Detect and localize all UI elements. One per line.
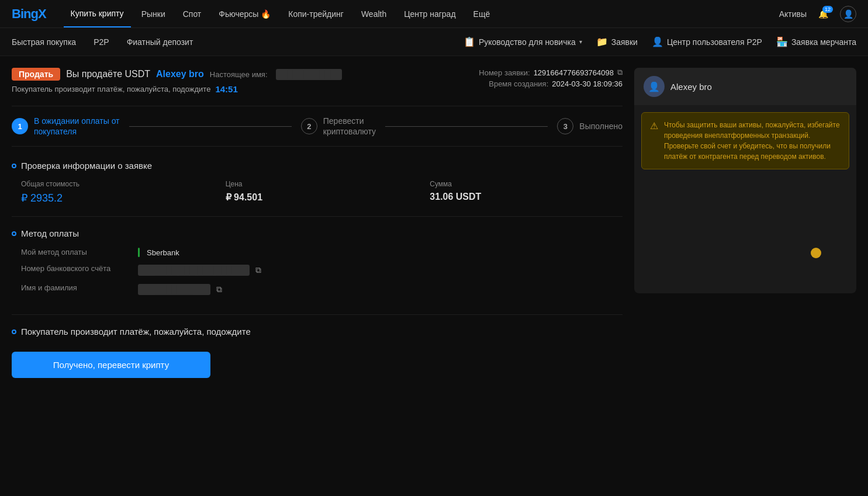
account-name-value: ███████ ⧉ <box>138 283 223 296</box>
payment-title-row: Метод оплаты <box>12 228 623 238</box>
section-dot-waiting <box>12 329 16 334</box>
subnav-orders[interactable]: 📁 Заявки <box>596 36 638 47</box>
merchant-label: Заявка мерчанта <box>791 37 856 47</box>
account-number-row: Номер банковского счёта ████ ███ ███ ███… <box>21 264 623 276</box>
subnav-p2p-center[interactable]: 👤 Центр пользователя P2P <box>652 36 762 47</box>
merchant-icon: 🏪 <box>776 36 788 47</box>
notification-badge: 12 <box>822 6 833 13</box>
order-header-right: Номер заявки: 1291664776693764098 ⧉ Врем… <box>479 68 623 88</box>
assets-link[interactable]: Активы <box>779 9 807 19</box>
step-3: 3 Выполнено <box>557 118 623 134</box>
copy-account-button[interactable]: ⧉ <box>254 264 262 276</box>
price-label: Цена <box>226 180 419 188</box>
notifications-bell[interactable]: 🔔 12 <box>818 9 828 19</box>
real-name-value: ████████ <box>276 69 343 80</box>
chat-body[interactable] <box>634 176 856 293</box>
chat-panel: 👤 Alexey bro ⚠ Чтобы защитить ваши актив… <box>634 68 856 293</box>
order-id-label: Номер заявки: <box>479 68 530 77</box>
nav-right-area: Активы 🔔 12 👤 <box>779 6 856 22</box>
info-total: Общая стоимость ₽ 2935.2 <box>21 180 214 204</box>
nav-rewards[interactable]: Центр наград <box>397 1 462 27</box>
nav-more[interactable]: Ещё <box>466 1 497 27</box>
app-logo[interactable]: BingX <box>12 6 46 22</box>
subnav-right-area: 📋 Руководство для новичка ▾ 📁 Заявки 👤 Ц… <box>464 36 856 47</box>
chat-avatar: 👤 <box>644 76 665 97</box>
subnav-p2p[interactable]: P2P <box>94 29 109 55</box>
chat-panel-container: 👤 Alexey bro ⚠ Чтобы защитить ваши актив… <box>634 68 856 392</box>
step-divider-2 <box>385 126 548 127</box>
step-1-circle: 1 <box>12 118 28 134</box>
avatar-icon: 👤 <box>843 9 853 19</box>
section-dot-payment <box>12 231 16 236</box>
order-info-title: Проверка информации о заявке <box>21 161 152 171</box>
order-countdown: 14:51 <box>215 84 237 94</box>
main-content: Продать Вы продаёте USDT Alexey bro Наст… <box>0 56 868 404</box>
cursor-indicator <box>811 248 821 258</box>
order-time-value: 2024-03-30 18:09:36 <box>552 79 623 88</box>
total-label: Общая стоимость <box>21 180 214 188</box>
user-avatar[interactable]: 👤 <box>840 6 856 22</box>
nav-markets[interactable]: Рынки <box>134 1 172 27</box>
warning-icon: ⚠ <box>650 120 658 131</box>
warning-text: Чтобы защитить ваши активы, пожалуйста, … <box>664 120 841 162</box>
orders-icon: 📁 <box>596 36 608 47</box>
info-price: Цена ₽ 94.501 <box>226 180 419 204</box>
subnav-merchant[interactable]: 🏪 Заявка мерчанта <box>776 36 856 47</box>
nav-wealth[interactable]: Wealth <box>354 1 393 27</box>
waiting-title-row: Покупатель производит платёж, пожалуйста… <box>12 327 623 337</box>
nav-items: Купить крипту Рынки Спот Фьючерсы 🔥 Копи… <box>64 1 779 27</box>
info-amount: Сумма 31.06 USDT <box>430 180 623 204</box>
amount-value: 31.06 USDT <box>430 192 623 202</box>
account-number-value: ████ ███ ███ ███ ⧉ <box>138 264 262 276</box>
step-2: 2 Перевести криптовалюту <box>301 116 376 137</box>
account-number-masked: ████ ███ ███ ███ <box>138 265 250 276</box>
subnav-fiat-deposit[interactable]: Фиатный депозит <box>127 29 193 55</box>
subnav-guide[interactable]: 📋 Руководство для новичка ▾ <box>464 36 582 47</box>
top-navigation: BingX Купить крипту Рынки Спот Фьючерсы … <box>0 0 868 28</box>
confirm-transfer-button[interactable]: Получено, перевести крипту <box>12 352 210 378</box>
order-id-value: 1291664776693764098 <box>534 68 614 77</box>
chat-username: Alexey bro <box>670 82 712 92</box>
order-subtitle: Покупатель производит платёж, пожалуйста… <box>12 84 342 94</box>
order-header-left: Продать Вы продаёте USDT Alexey bro Наст… <box>12 68 342 94</box>
account-name-label: Имя и фамилия <box>21 283 138 292</box>
step-3-label: Выполнено <box>579 121 623 131</box>
order-content: Продать Вы продаёте USDT Alexey bro Наст… <box>12 68 623 392</box>
step-divider-1 <box>129 126 292 127</box>
guide-label: Руководство для новичка <box>479 37 576 47</box>
order-time-row: Время создания: 2024-03-30 18:09:36 <box>479 79 623 88</box>
order-time-label: Время создания: <box>489 79 548 88</box>
step-1: 1 В ожидании оплаты от покупателя <box>12 116 120 137</box>
step-2-label: Перевести криптовалюту <box>323 116 376 137</box>
nav-futures[interactable]: Фьючерсы 🔥 <box>212 1 278 27</box>
sell-badge: Продать <box>12 68 60 81</box>
step-2-circle: 2 <box>301 118 317 134</box>
payment-method-value: Sberbank <box>138 248 179 257</box>
real-name-label: Настоящее имя: <box>210 70 268 79</box>
sub-navigation: Быстрая покупка P2P Фиатный депозит 📋 Ру… <box>0 28 868 56</box>
copy-order-id-icon[interactable]: ⧉ <box>617 68 623 77</box>
subnav-quick-buy[interactable]: Быстрая покупка <box>12 29 76 55</box>
p2p-center-label: Центр пользователя P2P <box>667 37 762 47</box>
order-title-row: Продать Вы продаёте USDT Alexey bro Наст… <box>12 68 342 81</box>
nav-copy-trading[interactable]: Копи-трейдинг <box>281 1 351 27</box>
section-dot-info <box>12 164 16 168</box>
nav-spot[interactable]: Спот <box>176 1 209 27</box>
payment-section: Метод оплаты Мой метод оплаты Sberbank Н… <box>12 228 623 315</box>
step-1-label: В ожидании оплаты от покупателя <box>34 116 120 137</box>
waiting-title: Покупатель производит платёж, пожалуйста… <box>21 327 251 337</box>
total-value: ₽ 2935.2 <box>21 192 214 204</box>
sberbank-name: Sberbank <box>147 248 179 257</box>
nav-buy-crypto[interactable]: Купить крипту <box>64 1 131 27</box>
steps-bar: 1 В ожидании оплаты от покупателя 2 Пере… <box>12 106 623 147</box>
price-value: ₽ 94.501 <box>226 192 419 203</box>
account-number-label: Номер банковского счёта <box>21 264 138 273</box>
orders-label: Заявки <box>611 37 638 47</box>
order-title-text: Вы продаёте USDT <box>66 69 150 79</box>
p2p-center-icon: 👤 <box>652 36 663 47</box>
chevron-down-icon: ▾ <box>579 39 582 45</box>
guide-icon: 📋 <box>464 36 475 47</box>
payment-method-label: Мой метод оплаты <box>21 248 138 256</box>
copy-name-button[interactable]: ⧉ <box>215 283 223 296</box>
step-3-circle: 3 <box>557 118 573 134</box>
